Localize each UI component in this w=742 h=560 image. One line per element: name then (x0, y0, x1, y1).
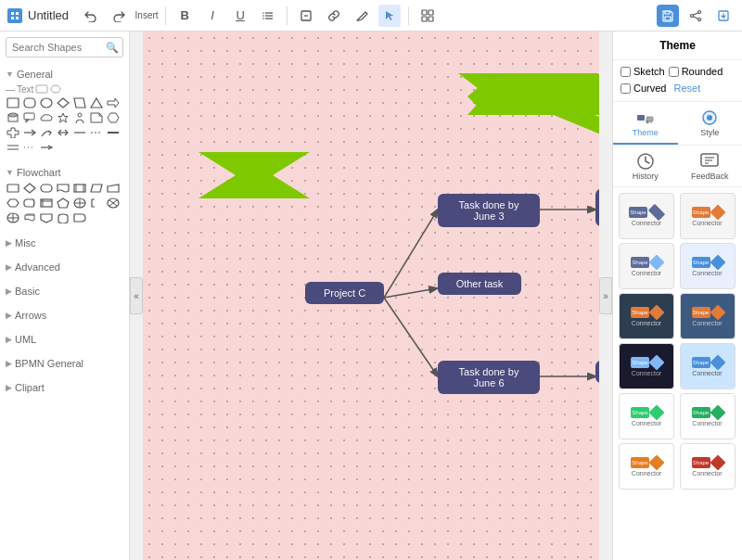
shapes-button[interactable] (416, 5, 439, 27)
fc-data[interactable] (89, 182, 104, 195)
shape-note[interactable] (89, 111, 104, 124)
fc-internal-storage[interactable] (39, 197, 54, 210)
shape-cylinder[interactable] (6, 111, 20, 124)
arrows-section-title[interactable]: ▶ Arrows (6, 308, 123, 323)
nav-feedback[interactable]: FeedBack (678, 146, 743, 186)
node-task-june6[interactable]: Task done by June 6 (438, 361, 540, 394)
shape-cross[interactable] (6, 126, 20, 139)
shape-diamond[interactable] (56, 96, 70, 109)
clipart-section-title[interactable]: ▶ Clipart (6, 380, 123, 395)
shape-hexagon[interactable] (106, 111, 121, 124)
cursor-button[interactable] (378, 5, 401, 27)
nav-style[interactable]: Style (678, 102, 743, 145)
fc-or[interactable] (72, 197, 87, 210)
shape-callout[interactable] (22, 111, 37, 124)
theme-card-4[interactable]: Shape Connector (680, 243, 736, 289)
sketch-input[interactable] (620, 67, 631, 77)
theme-card-12[interactable]: Shape Connector (680, 443, 736, 490)
node-task-june3[interactable]: Task done by June 3 (438, 194, 540, 227)
fc-display[interactable] (22, 197, 37, 210)
fc-delay[interactable] (72, 211, 87, 224)
fc-manual-input[interactable] (106, 182, 121, 195)
left-panel-collapse[interactable]: « (130, 277, 143, 314)
fc-start-end[interactable] (39, 182, 54, 195)
right-panel-collapse[interactable]: » (599, 277, 612, 314)
save-button[interactable] (657, 5, 679, 27)
nav-history[interactable]: History (613, 146, 678, 186)
theme-card-5[interactable]: Shape Connector (619, 293, 674, 339)
underline-button[interactable]: U (229, 5, 251, 27)
fc-summing-junction[interactable] (6, 211, 20, 224)
theme-card-11[interactable]: Shape Connector (619, 443, 674, 490)
shape-curved-arrow[interactable] (39, 126, 54, 139)
curved-input[interactable] (620, 83, 631, 94)
curved-checkbox[interactable]: Curved (620, 81, 666, 95)
theme-card-7[interactable]: Shape Connector (619, 343, 674, 389)
shape-line4[interactable] (6, 141, 20, 154)
theme-card-9[interactable]: Shape Connector (619, 393, 674, 439)
theme-card-1[interactable]: Shape Connector (619, 193, 674, 239)
shape-line2[interactable] (89, 126, 104, 139)
italic-button[interactable]: I (201, 5, 224, 27)
flowchart-section-title[interactable]: ▼ Flowchart (6, 165, 123, 180)
share-button[interactable] (684, 5, 707, 27)
fc-annotation[interactable] (89, 197, 104, 210)
shape-link-arrow[interactable] (22, 126, 37, 139)
fc-document[interactable] (56, 182, 70, 195)
uml-section-title[interactable]: ▶ UML (6, 332, 123, 347)
theme-card-6[interactable]: Shape Connector (680, 293, 736, 339)
general-section-title[interactable]: ▼ General (6, 67, 123, 82)
shape-arrow-line[interactable] (39, 141, 54, 154)
fc-merge[interactable] (56, 197, 70, 210)
fc-predefined[interactable] (72, 182, 87, 195)
list-button[interactable] (257, 5, 279, 27)
undo-button[interactable] (80, 5, 102, 27)
format-button[interactable] (295, 5, 317, 27)
clipart-label: Clipart (15, 382, 45, 393)
export-button[interactable] (712, 5, 735, 27)
fc-offpage[interactable] (39, 211, 54, 224)
theme-card-10[interactable]: Shape Connector (680, 393, 736, 439)
basic-section-title[interactable]: ▶ Basic (6, 284, 123, 299)
shape-star[interactable] (56, 111, 70, 124)
theme-card-3[interactable]: Shape Connector (619, 243, 674, 289)
shape-arrow-right[interactable] (106, 96, 121, 109)
shape-ellipse[interactable] (39, 96, 54, 109)
sketch-checkbox[interactable]: Sketch (620, 66, 665, 77)
shape-dots-line[interactable] (22, 141, 37, 154)
node-other-task[interactable]: Other task (438, 273, 521, 295)
shape-person[interactable] (72, 111, 87, 124)
theme-card-2[interactable]: Shape Connector (680, 193, 736, 239)
reset-button[interactable]: Reset (670, 81, 704, 95)
link-button[interactable] (323, 5, 345, 27)
rounded-checkbox[interactable]: Rounded (669, 66, 723, 77)
fc-multi-doc[interactable] (22, 211, 37, 224)
bold-button[interactable]: B (173, 5, 196, 27)
fc-process[interactable] (6, 182, 20, 195)
shape-parallelogram[interactable] (72, 96, 87, 109)
shape-line1[interactable] (72, 126, 87, 139)
redo-button[interactable] (108, 5, 130, 27)
theme-card-8[interactable]: Shape Connector (680, 343, 736, 389)
rounded-input[interactable] (669, 67, 679, 77)
shape-rounded[interactable] (22, 96, 37, 109)
canvas-area[interactable]: Project C Task done by June 3 Progress o… (143, 32, 599, 560)
bpmn-section-title[interactable]: ▶ BPMN General (6, 356, 123, 371)
node-progress[interactable]: Progress of the project (595, 189, 599, 226)
insert-button[interactable]: Insert (135, 5, 158, 27)
fc-tape[interactable] (56, 211, 70, 224)
shape-rect[interactable] (6, 96, 20, 109)
fc-exclude-or[interactable] (106, 197, 121, 210)
shape-bidirectional[interactable] (56, 126, 70, 139)
node-froggress[interactable]: Froggress (595, 361, 599, 383)
draw-button[interactable] (351, 5, 373, 27)
shape-line3[interactable] (106, 126, 121, 139)
shape-cloud[interactable] (39, 111, 54, 124)
misc-section-title[interactable]: ▶ Misc (6, 235, 123, 250)
nav-theme[interactable]: Theme (613, 102, 678, 145)
fc-preparation[interactable] (6, 197, 20, 210)
fc-decision[interactable] (22, 182, 37, 195)
node-project-c[interactable]: Project C (305, 282, 384, 304)
advanced-section-title[interactable]: ▶ Advanced (6, 260, 123, 274)
shape-triangle[interactable] (89, 96, 104, 109)
